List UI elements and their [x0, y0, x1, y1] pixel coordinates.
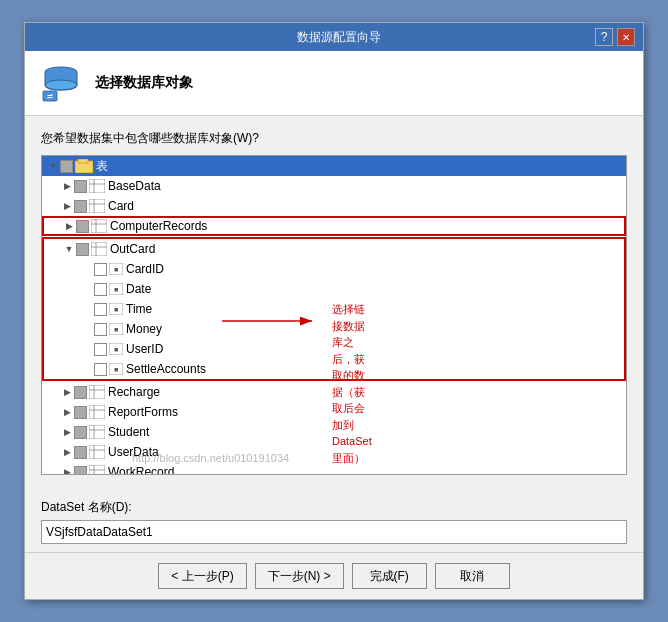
workrecord-arrow[interactable]: [60, 465, 74, 475]
svg-rect-9: [89, 199, 105, 213]
table-icon-workrecord: [89, 465, 105, 475]
tree-item-workrecord[interactable]: WorkRecord: [42, 462, 626, 475]
outcard-arrow[interactable]: [62, 242, 76, 256]
svg-rect-36: [89, 425, 105, 439]
svg-text:■: ■: [114, 266, 118, 273]
svg-text:■: ■: [114, 306, 118, 313]
help-button[interactable]: ?: [595, 28, 613, 46]
userid-checkbox[interactable]: [94, 343, 107, 356]
student-arrow[interactable]: [60, 425, 74, 439]
table-icon-student: [89, 425, 105, 439]
tree-item-computerrecords[interactable]: ComputerRecords: [42, 216, 626, 236]
svg-rect-5: [78, 159, 88, 163]
field-icon-userid: ■: [109, 343, 123, 355]
tree-item-recharge[interactable]: Recharge: [42, 382, 626, 402]
field-icon-time: ■: [109, 303, 123, 315]
table-icon-card: [89, 199, 105, 213]
tree-item-money[interactable]: ■ Money: [44, 319, 624, 339]
workrecord-label: WorkRecord: [108, 465, 174, 475]
tree-item-student[interactable]: Student: [42, 422, 626, 442]
finish-button[interactable]: 完成(F): [352, 563, 427, 589]
tree-item-card[interactable]: Card: [42, 196, 626, 216]
cardid-checkbox[interactable]: [94, 263, 107, 276]
dataset-section: DataSet 名称(D):: [25, 489, 643, 552]
dataset-input[interactable]: [41, 520, 627, 544]
money-label: Money: [126, 322, 162, 336]
tree-item-reportforms[interactable]: ReportForms: [42, 402, 626, 422]
svg-rect-39: [89, 445, 105, 459]
close-button[interactable]: ✕: [617, 28, 635, 46]
computerrecords-label: ComputerRecords: [110, 219, 207, 233]
computerrecords-checkbox[interactable]: [76, 220, 89, 233]
date-label: Date: [126, 282, 151, 296]
prev-button[interactable]: < 上一步(P): [158, 563, 246, 589]
time-checkbox[interactable]: [94, 303, 107, 316]
basedata-checkbox[interactable]: [74, 180, 87, 193]
student-checkbox[interactable]: [74, 426, 87, 439]
tree-root-checkbox[interactable]: [60, 160, 73, 173]
svg-text:■: ■: [114, 326, 118, 333]
header-title: 选择数据库对象: [95, 74, 193, 92]
settleaccounts-label: SettleAccounts: [126, 362, 206, 376]
basedata-arrow[interactable]: [60, 179, 74, 193]
svg-rect-12: [91, 219, 107, 233]
svg-text:⇌: ⇌: [47, 93, 53, 100]
tree-item-settleaccounts[interactable]: ■ SettleAccounts: [44, 359, 624, 379]
table-icon-basedata: [89, 179, 105, 193]
tree-root-label: 表: [96, 158, 108, 175]
next-button[interactable]: 下一步(N) >: [255, 563, 344, 589]
tree-item-userdata[interactable]: UserData: [42, 442, 626, 462]
userdata-checkbox[interactable]: [74, 446, 87, 459]
svg-text:■: ■: [114, 366, 118, 373]
cancel-button[interactable]: 取消: [435, 563, 510, 589]
outcard-label: OutCard: [110, 242, 155, 256]
database-icon: ⇌: [41, 63, 81, 103]
tree-item-basedata[interactable]: BaseData: [42, 176, 626, 196]
outcard-checkbox[interactable]: [76, 243, 89, 256]
tree-root-arrow[interactable]: [46, 159, 60, 173]
card-label: Card: [108, 199, 134, 213]
tree-root[interactable]: 表: [42, 156, 626, 176]
svg-text:■: ■: [114, 346, 118, 353]
dialog-header: ⇌ 选择数据库对象: [25, 51, 643, 116]
field-icon-date: ■: [109, 283, 123, 295]
svg-text:■: ■: [114, 286, 118, 293]
tree-item-cardid[interactable]: ■ CardID: [44, 259, 624, 279]
cardid-label: CardID: [126, 262, 164, 276]
basedata-label: BaseData: [108, 179, 161, 193]
userdata-arrow[interactable]: [60, 445, 74, 459]
title-bar: 数据源配置向导 ? ✕: [25, 23, 643, 51]
reportforms-label: ReportForms: [108, 405, 178, 419]
date-checkbox[interactable]: [94, 283, 107, 296]
field-icon-settleaccounts: ■: [109, 363, 123, 375]
outcard-group: OutCard ■ CardID: [42, 237, 626, 381]
computerrecords-arrow[interactable]: [62, 219, 76, 233]
svg-point-1: [45, 80, 77, 90]
tree-item-date[interactable]: ■ Date: [44, 279, 624, 299]
tree-item-outcard[interactable]: OutCard: [44, 239, 624, 259]
dialog-title: 数据源配置向导: [83, 29, 595, 46]
dataset-label: DataSet 名称(D):: [41, 499, 627, 516]
workrecord-checkbox[interactable]: [74, 466, 87, 476]
tree-item-time[interactable]: ■ Time: [44, 299, 624, 319]
reportforms-arrow[interactable]: [60, 405, 74, 419]
recharge-label: Recharge: [108, 385, 160, 399]
recharge-checkbox[interactable]: [74, 386, 87, 399]
money-checkbox[interactable]: [94, 323, 107, 336]
watermark-text: http://blog.csdn.net/u010191034: [132, 452, 289, 464]
settleaccounts-checkbox[interactable]: [94, 363, 107, 376]
userid-label: UserID: [126, 342, 163, 356]
svg-rect-15: [91, 242, 107, 256]
reportforms-checkbox[interactable]: [74, 406, 87, 419]
card-checkbox[interactable]: [74, 200, 87, 213]
title-bar-buttons: ? ✕: [595, 28, 635, 46]
tree-container[interactable]: 表 BaseData: [41, 155, 627, 475]
card-arrow[interactable]: [60, 199, 74, 213]
dialog-footer: < 上一步(P) 下一步(N) > 完成(F) 取消: [25, 552, 643, 599]
field-icon-cardid: ■: [109, 263, 123, 275]
table-icon-userdata: [89, 445, 105, 459]
table-icon-computerrecords: [91, 219, 107, 233]
tree-item-userid[interactable]: ■ UserID: [44, 339, 624, 359]
recharge-arrow[interactable]: [60, 385, 74, 399]
field-icon-money: ■: [109, 323, 123, 335]
